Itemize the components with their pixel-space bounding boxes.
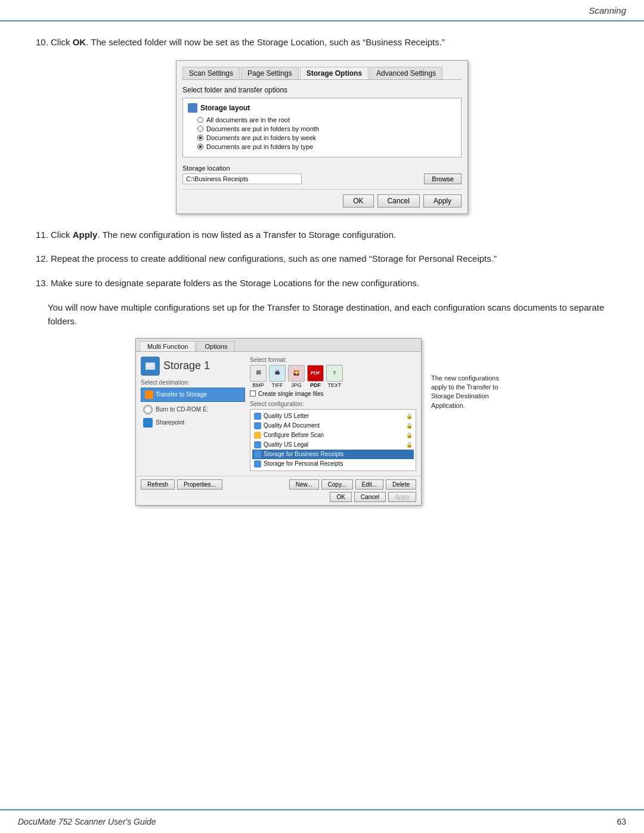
radio-label-by-month: Documents are put in folders by month — [206, 125, 319, 132]
cancel-button[interactable]: Cancel — [377, 194, 420, 208]
apply-button[interactable]: Apply — [423, 194, 462, 208]
step-13-text: 13. Make sure to designate separate fold… — [36, 277, 614, 290]
you-will-paragraph: You will now have multiple configuration… — [48, 301, 614, 329]
create-single-label: Create single image files — [258, 391, 324, 397]
dialog-footer: OK Cancel Apply — [182, 189, 462, 208]
config-label-before-scan: Configure Before Scan — [264, 432, 324, 438]
storage-location-label: Storage location — [182, 165, 462, 172]
create-single-checkbox[interactable] — [250, 391, 256, 397]
bmp-icon: 🖼 — [250, 365, 267, 382]
tab-storage-options[interactable]: Storage Options — [300, 67, 369, 79]
storage-options-dialog-wrapper: Scan Settings Page Settings Storage Opti… — [30, 60, 614, 214]
radio-circle-all-root — [197, 117, 203, 123]
dest-cdrom[interactable]: Burn to CD-ROM E: — [141, 403, 245, 416]
config-icon-a4 — [254, 422, 261, 429]
config-item-personal-receipts[interactable]: Storage for Personal Receipts — [252, 459, 414, 469]
storage-layout-icon — [188, 103, 197, 113]
radio-by-month[interactable]: Documents are put in folders by month — [197, 125, 456, 132]
step-12-block: 12. Repeat the process to create additio… — [30, 252, 614, 266]
step-11-number: 11. — [36, 230, 48, 240]
transfer-to-storage-label: Transfer to Storage — [156, 391, 207, 398]
jpg-icon: 🌄 — [288, 365, 305, 382]
tiff-icon: 🏔 — [269, 365, 286, 382]
mf-btn-row2: OK Cancel Apply — [141, 492, 416, 502]
transfer-to-storage-btn[interactable]: Transfer to Storage — [141, 388, 245, 402]
radio-circle-by-type — [197, 144, 203, 150]
config-item-us-letter-left: Quality US Letter — [254, 413, 309, 420]
lock-icon-before-scan: 🔒 — [406, 432, 412, 438]
storage-layout-label: Storage layout — [200, 104, 250, 112]
tab-advanced-settings[interactable]: Advanced Settings — [370, 67, 442, 79]
jpg-label: JPG — [291, 382, 302, 388]
lock-icon-us-letter: 🔒 — [406, 413, 412, 419]
tab-scan-settings[interactable]: Scan Settings — [182, 67, 240, 79]
config-icon-us-legal — [254, 441, 261, 448]
dest-sharepoint[interactable]: Sharepoint — [141, 416, 245, 429]
refresh-button[interactable]: Refresh — [141, 479, 175, 490]
browse-button[interactable]: Browse — [424, 174, 462, 184]
bmp-label: BMP — [252, 382, 264, 388]
transfer-icon — [145, 391, 153, 399]
footer-bar: DocuMate 752 Scanner User's Guide 63 — [0, 809, 644, 833]
config-icon-business-receipts — [254, 451, 261, 458]
radio-by-type[interactable]: Documents are put in folders by type — [197, 143, 456, 150]
format-pdf[interactable]: PDF PDF — [307, 365, 324, 388]
format-tiff[interactable]: 🏔 TIFF — [269, 365, 286, 388]
format-section-label: Select format: — [250, 357, 416, 363]
dest-sharepoint-label: Sharepoint — [156, 419, 184, 426]
mf-ok-button[interactable]: OK — [330, 492, 351, 502]
format-text[interactable]: T TEXT — [326, 365, 343, 388]
radio-label-by-week: Documents are put in folders by week — [206, 134, 316, 141]
step-11-block: 11. Click Apply. The new configuration i… — [30, 228, 614, 242]
cdrom-icon — [143, 405, 153, 414]
storage-layout-box: Storage layout All documents are in the … — [182, 98, 462, 157]
config-label-us-legal: Quality US Legal — [264, 441, 308, 448]
config-item-business-receipts[interactable]: Storage for Business Receipts — [252, 450, 414, 459]
config-item-before-scan[interactable]: Configure Before Scan 🔒 — [252, 431, 414, 440]
config-item-a4-left: Quality A4 Document — [254, 422, 320, 429]
format-bmp[interactable]: 🖼 BMP — [250, 365, 267, 388]
mf-tab-options[interactable]: Options — [197, 341, 235, 351]
mf-btn-row1: Refresh Properties... New... Copy... Edi… — [141, 479, 416, 490]
tab-page-settings[interactable]: Page Settings — [241, 67, 299, 79]
storage-app-icon — [141, 357, 160, 376]
delete-button[interactable]: Delete — [386, 479, 416, 490]
storage-options-dialog: Scan Settings Page Settings Storage Opti… — [176, 60, 468, 214]
config-label-us-letter: Quality US Letter — [264, 413, 309, 419]
text-icon: T — [326, 365, 343, 382]
config-item-before-scan-left: Configure Before Scan — [254, 432, 324, 439]
tiff-label: TIFF — [272, 382, 283, 388]
radio-all-root[interactable]: All documents are in the root — [197, 116, 456, 123]
radio-circle-by-month — [197, 126, 203, 132]
side-note-text: The new configurations apply to the Tran… — [431, 374, 499, 409]
config-item-a4[interactable]: Quality A4 Document 🔒 — [252, 421, 414, 431]
config-item-us-letter[interactable]: Quality US Letter 🔒 — [252, 411, 414, 421]
mf-body: Storage 1 Select destination: Transfer t… — [136, 352, 421, 476]
footer-guide-title: DocuMate 752 Scanner User's Guide — [18, 817, 156, 826]
config-label-a4: Quality A4 Document — [264, 422, 320, 429]
edit-button[interactable]: Edit... — [355, 479, 384, 490]
dest-cdrom-label: Burn to CD-ROM E: — [156, 406, 208, 413]
mf-apply-button[interactable]: Apply — [388, 492, 416, 502]
mf-tabs-bar: Multi Function Options — [136, 339, 421, 352]
step-10-number: 10. — [36, 37, 48, 47]
sharepoint-icon — [143, 418, 153, 428]
config-item-us-legal[interactable]: Quality US Legal 🔒 — [252, 440, 414, 450]
mf-tab-multi-function[interactable]: Multi Function — [140, 341, 196, 351]
ok-button[interactable]: OK — [343, 194, 373, 208]
config-item-us-legal-left: Quality US Legal — [254, 441, 308, 448]
format-icons-row: 🖼 BMP 🏔 TIFF 🌄 JPG — [250, 365, 416, 388]
lock-icon-a4: 🔒 — [406, 423, 412, 429]
properties-button[interactable]: Properties... — [177, 479, 222, 490]
mf-cancel-button[interactable]: Cancel — [354, 492, 386, 502]
copy-button[interactable]: Copy... — [321, 479, 353, 490]
new-button[interactable]: New... — [289, 479, 319, 490]
dialog-section-label: Select folder and transfer options — [182, 86, 462, 94]
config-icon-us-letter — [254, 413, 261, 420]
multi-function-dialog-wrapper: Multi Function Options Storage 1 — [30, 338, 614, 506]
storage-location-section: Storage location C:\Business Receipts Br… — [182, 165, 462, 184]
format-jpg[interactable]: 🌄 JPG — [288, 365, 305, 388]
step-11-text: 11. Click Apply. The new configuration i… — [36, 228, 614, 242]
create-single-row[interactable]: Create single image files — [250, 391, 416, 397]
radio-by-week[interactable]: Documents are put in folders by week — [197, 134, 456, 141]
